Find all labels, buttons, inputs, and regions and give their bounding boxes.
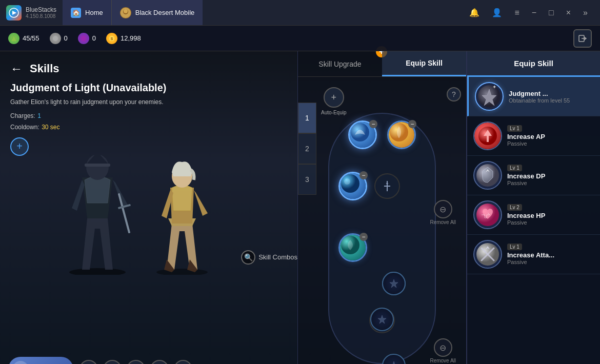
close-button[interactable]: × xyxy=(562,6,575,19)
skill-node-teal[interactable]: − xyxy=(338,233,367,262)
game-icon xyxy=(120,7,131,18)
equip-skill-header: Equip Skill xyxy=(467,51,600,77)
equip-item-increase-attack[interactable]: Lv 1 Increase Atta... Passive xyxy=(467,235,600,274)
svg-marker-34 xyxy=(386,181,388,184)
star2-icon: ✦ xyxy=(497,84,502,90)
resource3-icon xyxy=(78,33,89,44)
slot-3[interactable]: 3 xyxy=(298,164,316,195)
hud-resource3: 0 xyxy=(78,33,96,44)
equip-item-judgment[interactable]: ✦ ✦ Judgment ... Obtainable from level 5… xyxy=(467,77,600,116)
level-badge-hp: Lv 2 xyxy=(507,204,522,211)
right-panel: Equip Skill xyxy=(467,51,600,364)
rotate-icon[interactable] xyxy=(79,360,98,364)
svg-point-12 xyxy=(69,268,126,275)
game-area: 45/55 0 0 $ 1 xyxy=(0,26,600,364)
tab-home[interactable]: 🏠 Home xyxy=(63,0,111,25)
title-bar: BlueStacks 4.150.8.1008 🏠 Home Black Des… xyxy=(0,0,600,26)
slot-1[interactable]: 1 xyxy=(298,103,316,133)
account-icon[interactable]: 👤 xyxy=(488,6,506,19)
restore-button[interactable]: □ xyxy=(545,6,558,19)
svg-rect-14 xyxy=(85,164,110,167)
level-badge-ap: Lv 1 xyxy=(507,125,522,132)
skill-combos-label: Skill Combos xyxy=(258,253,297,261)
equip-item-level-ap: Lv 1 xyxy=(507,125,594,132)
svg-text:$: $ xyxy=(111,36,113,41)
help-button[interactable]: ? xyxy=(447,87,461,102)
remove-all-lower[interactable]: ⊖ Remove All xyxy=(430,338,456,363)
auto-equip-label: Auto-Equip xyxy=(321,110,346,115)
middle-panel: Skill Upgrade + Equip Skill 1 2 3 + Auto… xyxy=(297,51,467,364)
exit-button[interactable] xyxy=(573,29,592,48)
skill-node-dark2[interactable] xyxy=(382,272,406,295)
equip-item-increase-dp[interactable]: Lv 1 Increase DP Passive xyxy=(467,156,600,195)
equip-item-increase-ap[interactable]: Lv 1 Increase AP Passive xyxy=(467,116,600,156)
skill-node-dark3[interactable] xyxy=(370,308,394,331)
skill-cooldown: Cooldown: 30 sec xyxy=(10,122,287,131)
move-icon[interactable] xyxy=(150,360,169,364)
equip-item-sub-hp: Passive xyxy=(507,219,594,226)
preview-button[interactable]: ▶ Preview xyxy=(8,357,73,364)
skill-name: Judgment of Light (Unavailable) xyxy=(10,82,287,94)
bluestacks-logo: BlueStacks 4.150.8.1008 xyxy=(0,5,63,21)
tab-equip-skill[interactable]: Equip Skill xyxy=(382,51,466,76)
skill-nodes-top: − − xyxy=(348,120,416,149)
preview-area: ▶ Preview xyxy=(8,357,192,364)
svg-point-31 xyxy=(344,178,350,185)
skill-nodes-mid: − xyxy=(338,172,400,200)
skill-plus-button[interactable]: + xyxy=(10,137,29,156)
skills-title: Skills xyxy=(30,62,59,75)
slot-2[interactable]: 2 xyxy=(298,133,316,164)
skill-nodes-lower: − xyxy=(338,233,367,262)
skill-node-blue[interactable]: − xyxy=(348,120,377,149)
node-minus-2: − xyxy=(408,120,416,128)
characters-area: 🔍 Skill Combos xyxy=(41,131,318,275)
hud-energy: 45/55 xyxy=(8,33,39,44)
remove-all-upper[interactable]: ⊖ Remove All xyxy=(430,200,456,225)
remove-icon: ⊖ xyxy=(434,200,452,218)
node-minus-3: − xyxy=(359,171,368,179)
back-button[interactable]: ← xyxy=(10,62,23,76)
tab-game[interactable]: Black Desert Mobile xyxy=(111,0,203,25)
more-button[interactable]: » xyxy=(579,6,592,19)
svg-point-17 xyxy=(156,269,208,275)
notifications-icon[interactable]: 🔔 xyxy=(465,6,484,19)
equip-item-info-hp: Lv 2 Increase HP Passive xyxy=(507,204,594,226)
svg-point-30 xyxy=(341,174,359,193)
skill-node-gold[interactable]: − xyxy=(387,120,416,149)
hud-currency: $ 12,998 xyxy=(106,33,141,44)
equip-skill-list: ✦ ✦ Judgment ... Obtainable from level 5… xyxy=(467,77,600,364)
equip-item-name-ap: Increase AP xyxy=(507,133,594,140)
equip-item-name-attack: Increase Atta... xyxy=(507,251,594,259)
node-minus-1: − xyxy=(369,120,377,128)
equip-item-info-attack: Lv 1 Increase Atta... Passive xyxy=(507,244,594,265)
increase-hp-icon xyxy=(473,200,502,229)
equip-item-level-hp: Lv 2 xyxy=(507,204,594,211)
svg-point-6 xyxy=(53,36,58,41)
resource2-icon xyxy=(50,33,61,44)
skill-charges: Charges: 1 xyxy=(10,111,287,120)
left-panel: ← Skills Judgment of Light (Unavailable)… xyxy=(0,51,297,364)
timer-icon[interactable] xyxy=(127,360,145,364)
equip-item-name: Judgment ... xyxy=(509,90,594,97)
level-badge-attack: Lv 1 xyxy=(507,244,522,250)
character1 xyxy=(56,126,138,275)
menu-icon[interactable]: ≡ xyxy=(510,6,523,19)
panel-tabs: Skill Upgrade + Equip Skill xyxy=(298,51,466,77)
tab-skill-upgrade[interactable]: Skill Upgrade + xyxy=(298,51,382,76)
minimize-button[interactable]: − xyxy=(528,6,541,19)
top-hud: 45/55 0 0 $ 1 xyxy=(0,26,600,51)
settings-icon[interactable] xyxy=(174,360,192,364)
skill-node-sword[interactable] xyxy=(374,173,400,199)
svg-point-4 xyxy=(124,9,128,13)
equip-item-level-attack: Lv 1 xyxy=(507,244,594,250)
rotate2-icon[interactable] xyxy=(103,360,122,364)
window-controls: 🔔 👤 ≡ − □ × » xyxy=(465,6,600,19)
skill-node-blue2[interactable]: − xyxy=(338,172,367,200)
equip-icon-overlay: ✦ ✦ xyxy=(492,84,502,90)
auto-equip-button[interactable]: + Auto-Equip xyxy=(321,87,346,115)
equip-item-info-dp: Lv 1 Increase DP Passive xyxy=(507,165,594,186)
equip-item-info-judgment: Judgment ... Obtainable from level 55 xyxy=(509,90,594,104)
equip-item-increase-hp[interactable]: Lv 2 Increase HP Passive xyxy=(467,195,600,235)
skill-combos-button[interactable]: 🔍 Skill Combos xyxy=(241,250,297,265)
node-minus-4: − xyxy=(359,233,368,241)
